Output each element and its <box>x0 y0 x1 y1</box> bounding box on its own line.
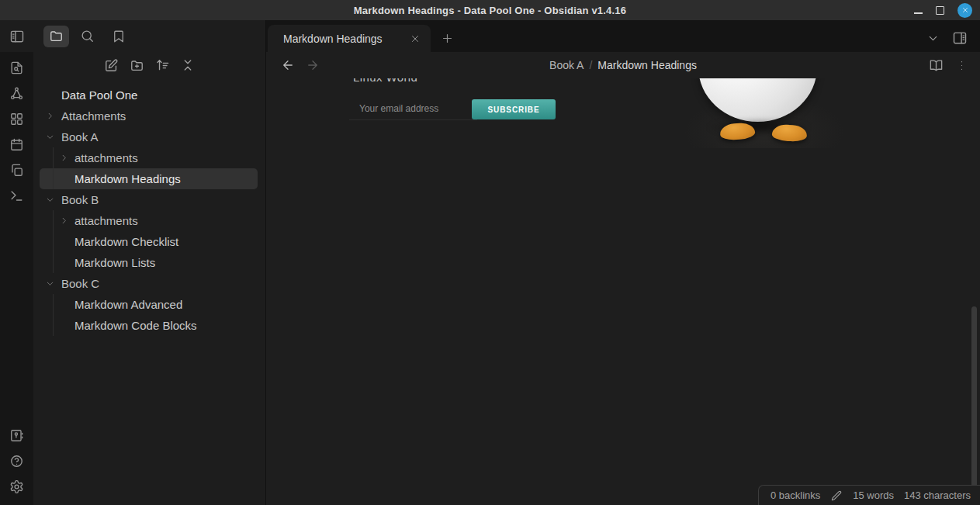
more-options-icon[interactable] <box>955 59 968 72</box>
clipped-heading: Linux World <box>353 78 417 85</box>
folder-plus-icon <box>130 58 144 73</box>
quick-switcher-button[interactable] <box>6 57 28 78</box>
file-markdown-lists[interactable]: Markdown Lists <box>33 252 265 273</box>
chevron-right-icon <box>46 112 54 120</box>
breadcrumb-current[interactable]: Markdown Headings <box>597 59 697 71</box>
file-explorer-sidebar: Data Pool One Attachments Book A attachm… <box>33 20 266 505</box>
window-controls <box>913 0 972 20</box>
chevron-down-icon <box>46 133 54 141</box>
minimize-button[interactable] <box>913 5 923 15</box>
settings-button[interactable] <box>6 476 28 497</box>
heading-text: Linux World <box>353 78 417 84</box>
graph-view-button[interactable] <box>6 82 28 104</box>
folder-label: Attachments <box>61 109 126 123</box>
status-bar: 0 backlinks 15 words 143 characters <box>758 485 980 505</box>
folder-book-b-attachments[interactable]: attachments <box>33 210 265 231</box>
arrow-right-icon <box>306 58 320 72</box>
toggle-left-sidebar-button[interactable] <box>6 26 28 47</box>
titlebar: Markdown Headings - Data Pool One - Obsi… <box>0 0 980 20</box>
terminal-button[interactable] <box>6 185 28 206</box>
close-icon <box>961 6 969 14</box>
breadcrumb: Book A / Markdown Headings <box>549 59 697 71</box>
file-search-icon <box>9 61 24 75</box>
window-title: Markdown Headings - Data Pool One - Obsi… <box>354 5 626 16</box>
close-button[interactable] <box>957 3 972 18</box>
plus-icon <box>441 32 454 45</box>
panel-left-icon <box>9 29 25 44</box>
new-folder-button[interactable] <box>128 57 145 74</box>
tab-close-button[interactable] <box>407 31 423 47</box>
file-markdown-code-blocks[interactable]: Markdown Code Blocks <box>33 315 265 336</box>
word-count: 15 words <box>853 489 894 501</box>
navigate-back-button[interactable] <box>279 57 296 74</box>
note-content: Linux World SUBSCRIBE <box>266 78 980 505</box>
subscribe-button[interactable]: SUBSCRIBE <box>472 99 556 119</box>
tab-title: Markdown Headings <box>283 33 383 45</box>
folder-book-a[interactable]: Book A <box>33 126 265 147</box>
sidebar-tab-strip <box>33 20 265 52</box>
copy-icon <box>9 163 24 178</box>
tab-markdown-headings[interactable]: Markdown Headings <box>268 25 431 52</box>
sort-order-button[interactable] <box>154 57 171 74</box>
tab-file-explorer[interactable] <box>43 26 69 47</box>
app-shell: Data Pool One Attachments Book A attachm… <box>0 20 980 505</box>
help-button[interactable] <box>6 450 28 472</box>
pencil-icon <box>830 489 843 502</box>
folder-book-a-attachments[interactable]: attachments <box>33 147 265 168</box>
backlinks-count[interactable]: 0 backlinks <box>770 489 820 501</box>
book-open-icon[interactable] <box>929 58 944 73</box>
maximize-button[interactable] <box>936 6 944 15</box>
panel-right-icon[interactable] <box>952 30 968 46</box>
email-input[interactable] <box>349 97 477 120</box>
file-label: Markdown Lists <box>74 256 155 269</box>
bookmark-icon <box>112 29 126 43</box>
file-label: Markdown Advanced <box>74 298 182 311</box>
folder-attachments[interactable]: Attachments <box>33 105 265 126</box>
arrow-left-icon <box>281 58 295 72</box>
chevron-down-icon <box>46 279 54 288</box>
new-note-button[interactable] <box>102 57 119 74</box>
templates-button[interactable] <box>6 159 28 181</box>
file-label: Markdown Code Blocks <box>74 319 197 332</box>
file-label: Markdown Headings <box>74 172 181 185</box>
edit-mode-indicator[interactable] <box>830 489 843 502</box>
tab-search[interactable] <box>74 26 100 47</box>
folder-label: Book B <box>61 193 99 206</box>
tux-penguin-image <box>698 78 830 152</box>
folder-book-b[interactable]: Book B <box>33 189 265 210</box>
view-header: Book A / Markdown Headings <box>266 52 980 78</box>
calendar-icon <box>9 137 24 152</box>
explorer-action-bar <box>33 52 265 78</box>
help-circle-icon <box>9 454 24 469</box>
chevron-down-icon[interactable] <box>926 32 940 45</box>
tabbar-right-controls <box>926 30 980 52</box>
vault-title: Data Pool One <box>33 85 265 105</box>
folder-book-c[interactable]: Book C <box>33 273 265 294</box>
new-tab-button[interactable] <box>437 28 457 48</box>
vault-icon <box>9 428 24 443</box>
navigate-forward-button[interactable] <box>304 57 321 74</box>
file-markdown-advanced[interactable]: Markdown Advanced <box>33 294 265 315</box>
gear-icon <box>9 479 24 494</box>
left-ribbon <box>0 20 33 505</box>
file-tree: Data Pool One Attachments Book A attachm… <box>33 78 265 336</box>
tab-bar: Markdown Headings <box>266 20 980 52</box>
file-markdown-checklist[interactable]: Markdown Checklist <box>33 231 265 252</box>
close-icon <box>410 33 421 44</box>
vault-switcher-button[interactable] <box>6 424 28 446</box>
terminal-icon <box>9 189 24 203</box>
folder-label: attachments <box>74 214 138 227</box>
folder-label: Book A <box>61 130 99 144</box>
vertical-scrollbar[interactable] <box>971 306 977 490</box>
canvas-button[interactable] <box>6 108 28 130</box>
graph-icon <box>9 86 24 101</box>
tab-bookmarks[interactable] <box>106 26 131 47</box>
main-pane: Markdown Headings <box>266 20 980 505</box>
chevron-right-icon <box>60 154 68 162</box>
breadcrumb-separator: / <box>589 59 592 71</box>
collapse-all-button[interactable] <box>179 57 196 74</box>
view-actions <box>929 58 980 73</box>
daily-note-button[interactable] <box>6 133 28 155</box>
breadcrumb-parent[interactable]: Book A <box>549 59 583 71</box>
file-markdown-headings[interactable]: Markdown Headings <box>40 168 258 189</box>
